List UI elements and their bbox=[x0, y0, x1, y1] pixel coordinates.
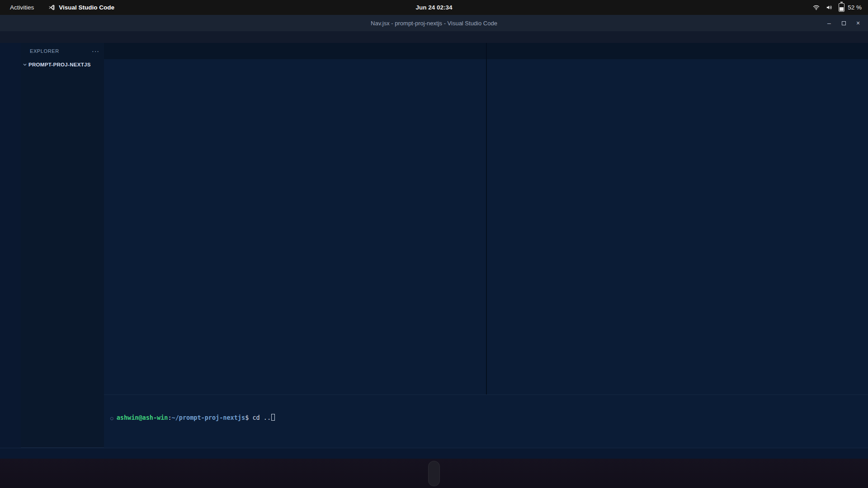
breadcrumbs bbox=[104, 59, 868, 69]
terminal-cursor bbox=[271, 414, 275, 421]
focused-app-menu[interactable]: Visual Studio Code bbox=[48, 4, 114, 11]
vscode-window: Nav.jsx - prompt-proj-nextjs - Visual St… bbox=[0, 15, 868, 459]
terminal-path: ~/prompt-proj-nextjs bbox=[172, 414, 245, 421]
terminal-command: $ cd .. bbox=[245, 414, 271, 421]
close-button[interactable]: × bbox=[853, 18, 863, 28]
gnome-top-bar: Activities Visual Studio Code Jun 24 02:… bbox=[0, 0, 868, 15]
window-title: Nav.jsx - prompt-proj-nextjs - Visual St… bbox=[371, 20, 497, 27]
screen: Activities Visual Studio Code Jun 24 02:… bbox=[0, 0, 868, 488]
terminal-panel: ○ashwin@ash-win:~/prompt-proj-nextjs$ cd… bbox=[104, 394, 868, 448]
dock bbox=[428, 461, 440, 486]
editor-pane-nav-jsx[interactable] bbox=[104, 69, 486, 394]
command-decoration-icon: ○ bbox=[110, 415, 113, 421]
explorer-more-actions-icon[interactable]: ··· bbox=[92, 47, 99, 55]
explorer-header-label: EXPLORER bbox=[30, 48, 59, 54]
desktop bbox=[0, 459, 868, 488]
activities-button[interactable]: Activities bbox=[7, 3, 37, 12]
volume-icon bbox=[826, 4, 833, 11]
focused-app-title: Visual Studio Code bbox=[59, 4, 114, 11]
activity-bar bbox=[0, 43, 21, 448]
battery-icon bbox=[839, 3, 844, 12]
battery-indicator: 52 % bbox=[839, 3, 862, 12]
chevron-down-icon bbox=[23, 62, 27, 67]
battery-percent: 52 % bbox=[848, 4, 862, 11]
project-root-folder[interactable]: PROMPT-PROJ-NEXTJS bbox=[21, 59, 104, 70]
window-titlebar[interactable]: Nav.jsx - prompt-proj-nextjs - Visual St… bbox=[0, 15, 868, 31]
terminal-content[interactable]: ○ashwin@ash-win:~/prompt-proj-nextjs$ cd… bbox=[104, 409, 868, 448]
minimize-button[interactable]: – bbox=[824, 18, 835, 28]
editor-pane-route-js[interactable] bbox=[486, 69, 868, 394]
clock[interactable]: Jun 24 02:34 bbox=[415, 4, 452, 11]
maximize-button[interactable] bbox=[838, 18, 849, 28]
explorer-sidebar: EXPLORER ··· PROMPT-PROJ-NEXTJS bbox=[21, 43, 104, 448]
file-tree bbox=[21, 70, 104, 447]
terminal-user: ashwin@ash-win bbox=[117, 414, 168, 421]
editor-tab-bar bbox=[104, 43, 868, 59]
menu-bar bbox=[0, 31, 868, 43]
system-status-area[interactable]: 52 % bbox=[812, 3, 862, 12]
wifi-icon bbox=[812, 4, 820, 11]
status-bar bbox=[0, 448, 868, 459]
vscode-logo-icon bbox=[48, 4, 55, 11]
